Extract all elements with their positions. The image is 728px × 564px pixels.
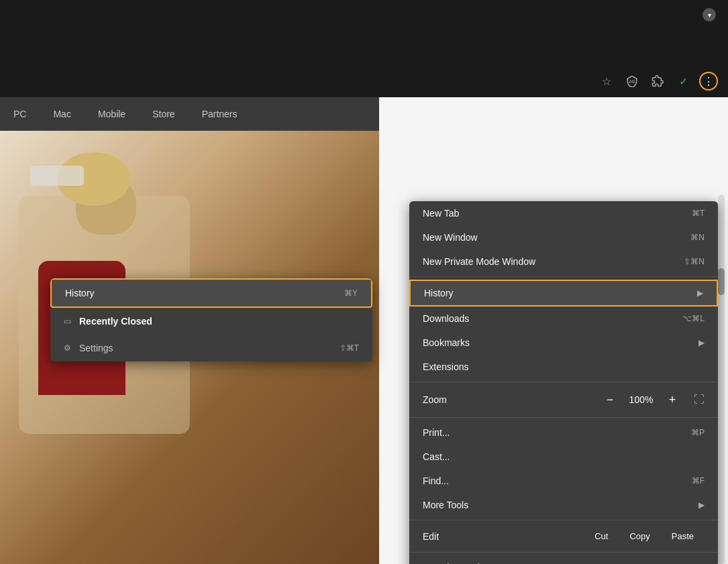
- downloads-label: Downloads: [423, 313, 469, 324]
- pillow-decoration: [30, 166, 84, 186]
- print-label: Print...: [423, 427, 450, 438]
- nav-pc[interactable]: PC: [13, 109, 26, 119]
- menu-find[interactable]: Find... ⌘F: [409, 469, 718, 493]
- more-tools-arrow-icon: ▶: [698, 500, 705, 510]
- cast-label: Cast...: [423, 451, 450, 462]
- scrollbar[interactable]: [718, 194, 725, 564]
- browser-chrome: ▾ ☆ AB ✓ ⋮: [0, 0, 728, 97]
- menu-history[interactable]: History ▶: [409, 280, 718, 306]
- puzzle-icon[interactable]: [648, 72, 667, 91]
- find-shortcut: ⌘F: [692, 476, 705, 486]
- zoom-increase-button[interactable]: +: [663, 390, 682, 409]
- settings-gear-icon: ⚙: [64, 343, 71, 353]
- cut-button[interactable]: Cut: [584, 528, 619, 544]
- history-label: History: [65, 288, 95, 298]
- more-tools-label: More Tools: [423, 500, 468, 510]
- divider-4: [409, 520, 718, 520]
- toolbar: ☆ AB ✓ ⋮: [597, 72, 718, 91]
- menu-new-window[interactable]: New Window ⌘N: [409, 225, 718, 249]
- downloads-shortcut: ⌥⌘L: [682, 314, 705, 323]
- history-shortcut: ⌘Y: [344, 288, 358, 298]
- find-label: Find...: [423, 475, 449, 486]
- recently-closed-item[interactable]: ▭ Recently Closed: [50, 308, 372, 335]
- divider-5: [409, 552, 718, 553]
- extensions-label: Extensions: [423, 361, 468, 372]
- scroll-thumb[interactable]: [718, 268, 725, 295]
- divider-1: [409, 276, 718, 277]
- nav-partners[interactable]: Partners: [202, 109, 238, 119]
- zoom-value: 100%: [626, 394, 656, 405]
- history-arrow-icon: ▶: [697, 288, 703, 298]
- menu-new-private[interactable]: New Private Mode Window ⇧⌘N: [409, 249, 718, 274]
- menu-button[interactable]: ⋮: [699, 72, 718, 91]
- menu-extensions[interactable]: Extensions: [409, 355, 718, 379]
- history-settings-item[interactable]: ⚙ Settings ⇧⌘T: [50, 335, 372, 361]
- menu-new-tab[interactable]: New Tab ⌘T: [409, 201, 718, 225]
- nav-store[interactable]: Store: [152, 109, 174, 119]
- menu-bookmarks[interactable]: Bookmarks ▶: [409, 331, 718, 355]
- copy-button[interactable]: Copy: [619, 528, 660, 544]
- edit-label: Edit: [423, 531, 584, 542]
- menu-security[interactable]: Security & Privacy Center: [409, 555, 718, 564]
- history-settings-shortcut: ⇧⌘T: [340, 343, 359, 353]
- browser-menu: New Tab ⌘T New Window ⌘N New Private Mod…: [409, 201, 718, 564]
- paste-button[interactable]: Paste: [661, 528, 705, 544]
- new-window-shortcut: ⌘N: [690, 233, 705, 242]
- menu-edit: Edit Cut Copy Paste: [409, 523, 718, 549]
- new-window-label: New Window: [423, 232, 478, 243]
- new-private-shortcut: ⇧⌘N: [684, 257, 705, 266]
- nav-mobile[interactable]: Mobile: [98, 109, 125, 119]
- bookmarks-arrow-icon: ▶: [698, 338, 705, 347]
- dropdown-indicator[interactable]: ▾: [703, 8, 716, 21]
- history-submenu: History ⌘Y ▭ Recently Closed ⚙ Settings …: [50, 278, 372, 361]
- new-private-label: New Private Mode Window: [423, 256, 535, 267]
- print-shortcut: ⌘P: [691, 428, 705, 437]
- divider-3: [409, 417, 718, 418]
- nav-mac[interactable]: Mac: [53, 109, 70, 119]
- window-icon: ▭: [64, 317, 71, 326]
- check-icon[interactable]: ✓: [674, 72, 692, 91]
- recently-closed-label: Recently Closed: [79, 316, 152, 327]
- bookmark-icon[interactable]: ☆: [597, 72, 616, 91]
- new-tab-label: New Tab: [423, 208, 459, 219]
- svg-text:AB: AB: [629, 79, 635, 84]
- history-submenu-header[interactable]: History ⌘Y: [50, 278, 372, 308]
- divider-2: [409, 382, 718, 382]
- history-menu-label: History: [424, 288, 454, 298]
- menu-more-tools[interactable]: More Tools ▶: [409, 493, 718, 517]
- fullscreen-icon[interactable]: ⛶: [694, 394, 705, 406]
- zoom-label: Zoom: [423, 394, 594, 405]
- new-tab-shortcut: ⌘T: [692, 209, 705, 218]
- site-navigation: PC Mac Mobile Store Partners: [0, 97, 379, 131]
- bookmarks-label: Bookmarks: [423, 337, 470, 348]
- menu-print[interactable]: Print... ⌘P: [409, 420, 718, 445]
- menu-cast[interactable]: Cast...: [409, 445, 718, 469]
- menu-zoom: Zoom − 100% + ⛶: [409, 385, 718, 414]
- zoom-decrease-button[interactable]: −: [601, 390, 619, 409]
- menu-downloads[interactable]: Downloads ⌥⌘L: [409, 306, 718, 331]
- history-settings-label: Settings: [79, 343, 113, 353]
- shield-icon[interactable]: AB: [623, 72, 641, 91]
- main-content: PC Mac Mobile Store Partners History ⌘Y …: [0, 97, 728, 564]
